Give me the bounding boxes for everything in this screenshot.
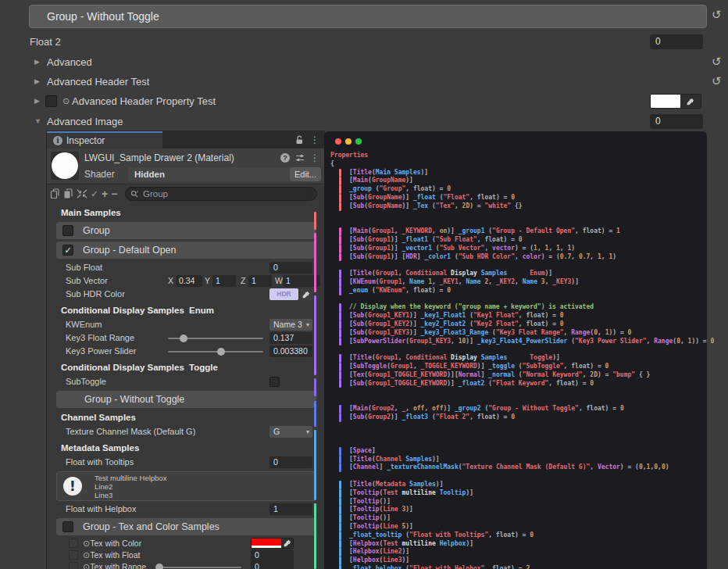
- helpbox-line: Line2: [95, 482, 166, 491]
- code-block-marker: [339, 540, 341, 549]
- foldout-open-arrow-icon[interactable]: ▼: [34, 117, 41, 125]
- texture-thumbnail[interactable]: [69, 539, 78, 548]
- value-field[interactable]: 0.137: [269, 332, 312, 344]
- foldout-arrow-icon[interactable]: ▶: [34, 58, 40, 66]
- add-icon[interactable]: +: [102, 188, 108, 200]
- eyedropper-button[interactable]: [680, 95, 701, 108]
- code-block-marker: [339, 312, 341, 320]
- code-block-marker: [339, 270, 341, 278]
- section-header: Main Samples: [61, 208, 324, 220]
- color-field[interactable]: [650, 94, 701, 109]
- value-field[interactable]: 0: [650, 34, 703, 49]
- property-label: Key3 Power Slider: [66, 346, 137, 356]
- texture-thumbnail[interactable]: [69, 550, 78, 560]
- property-row: ⊙Tex with Range0: [69, 561, 324, 569]
- helpbox: !Test multiline HelpboxLine2Line3: [56, 471, 316, 501]
- value-field[interactable]: 0: [251, 561, 294, 569]
- check-icon[interactable]: ✓: [91, 188, 98, 199]
- foldout-arrow-icon[interactable]: ▶: [34, 77, 40, 85]
- code-line: [Helpbox(Test multiline Helpbox)]: [330, 540, 704, 549]
- code-line: {: [330, 160, 704, 169]
- group-header-label: Group - Without Toggle: [30, 10, 159, 23]
- group-subheader-bar[interactable]: Group - Without Toggle: [56, 391, 316, 408]
- code-text: [Main(Group1, _KEYWORD, on)] _group1 ("G…: [349, 227, 620, 236]
- value-field[interactable]: 0: [269, 262, 312, 274]
- property-label-text: Tex with Float: [90, 550, 140, 560]
- minimize-dot-icon[interactable]: [345, 138, 352, 145]
- code-block-marker: [339, 548, 341, 556]
- value-field[interactable]: 0: [650, 114, 703, 129]
- copy-icon[interactable]: [50, 188, 60, 199]
- object-circle-icon: ⊙: [83, 550, 90, 560]
- slider-knob[interactable]: [155, 564, 163, 569]
- group-header-bar[interactable]: Group: [56, 222, 316, 239]
- material-menu-icon[interactable]: ⋮: [310, 152, 319, 163]
- group-header-bar[interactable]: Group - Tex and Color Samples: [56, 518, 316, 535]
- helpbox-line: Line3: [95, 491, 166, 499]
- code-line: [Sub(Group1)] [HDR] _color1 ("Sub HDR Co…: [330, 253, 704, 262]
- slider-track[interactable]: [157, 567, 241, 568]
- reset-button[interactable]: ↺: [712, 56, 722, 68]
- group-toggle-checkbox[interactable]: ✓: [62, 245, 73, 256]
- axis-field[interactable]: 1: [212, 275, 236, 287]
- search-input[interactable]: Group: [125, 187, 317, 201]
- unlock-icon[interactable]: [295, 135, 304, 145]
- material-preview-sphere[interactable]: [51, 152, 79, 180]
- code-block-marker: [339, 506, 341, 514]
- eyedropper-button[interactable]: [281, 539, 293, 548]
- collapse-icon[interactable]: [77, 189, 87, 199]
- code-line: // Display when the keyword ("group name…: [330, 303, 704, 312]
- paste-icon[interactable]: [63, 188, 73, 199]
- code-block-marker: [339, 287, 341, 295]
- section-color-bar: [314, 295, 316, 375]
- enum-dropdown[interactable]: G▾: [269, 426, 312, 438]
- help-icon[interactable]: ?: [280, 153, 290, 163]
- axis-field[interactable]: 0.34: [176, 275, 202, 287]
- shader-edit-button[interactable]: Edit...: [290, 167, 321, 181]
- value-field[interactable]: 0: [251, 549, 294, 561]
- group-label: Group - Default Open: [83, 245, 177, 256]
- property-label: ⊙Tex with Range: [83, 562, 146, 569]
- slider-track[interactable]: [168, 351, 263, 352]
- code-block-marker: [339, 194, 341, 202]
- property-checkbox[interactable]: [45, 95, 57, 107]
- slider-knob[interactable]: [217, 348, 225, 356]
- group-header-bar[interactable]: ✓Group - Default Open: [56, 242, 316, 259]
- code-text: [Sub(Group1)] _vector1 ("Sub Vector", ve…: [349, 245, 575, 253]
- chevron-down-icon: ▾: [306, 426, 309, 438]
- code-block-marker: [339, 514, 341, 523]
- code-block-marker: [339, 456, 341, 464]
- texture-color-field[interactable]: [251, 538, 294, 549]
- slider-knob[interactable]: [180, 335, 187, 342]
- value-field[interactable]: 0.003380: [269, 345, 312, 357]
- code-block-marker: [339, 227, 341, 236]
- code-text: [Tooltip()]: [349, 514, 391, 523]
- reset-button[interactable]: ↺: [712, 76, 722, 88]
- reset-button[interactable]: ↺: [712, 9, 722, 21]
- group-toggle-checkbox[interactable]: [62, 521, 73, 532]
- presets-icon[interactable]: [295, 153, 305, 163]
- zoom-dot-icon[interactable]: [355, 138, 362, 145]
- texture-thumbnail[interactable]: [69, 562, 78, 569]
- top-row: ▼Advanced Image0: [0, 114, 728, 130]
- foldout-arrow-icon[interactable]: ▶: [34, 97, 40, 105]
- remove-icon[interactable]: −: [111, 188, 117, 200]
- inspector-toolbar: ✓ + − Group: [47, 184, 324, 203]
- toggle-checkbox[interactable]: [269, 377, 280, 387]
- enum-dropdown[interactable]: Name 3▾: [269, 319, 312, 331]
- code-block-marker: [339, 202, 341, 211]
- tab-menu-icon[interactable]: ⋮: [310, 134, 319, 145]
- shader-dropdown[interactable]: Hidden ▼: [128, 167, 308, 181]
- eyedropper-button[interactable]: [300, 288, 312, 300]
- group-toggle-checkbox[interactable]: [62, 225, 73, 236]
- hdr-color-swatch[interactable]: HDR: [269, 288, 298, 300]
- value-field[interactable]: 1: [269, 503, 312, 515]
- close-dot-icon[interactable]: [335, 138, 341, 145]
- code-line: [330, 295, 704, 304]
- slider-track[interactable]: [168, 338, 263, 339]
- value-field[interactable]: 0: [269, 456, 312, 468]
- axis-field[interactable]: 1: [248, 275, 272, 287]
- property-row: ⊙Tex with Color: [69, 538, 324, 549]
- tab-inspector[interactable]: i Inspector: [47, 131, 162, 149]
- group-without-toggle-header[interactable]: Group - Without Toggle: [29, 5, 707, 28]
